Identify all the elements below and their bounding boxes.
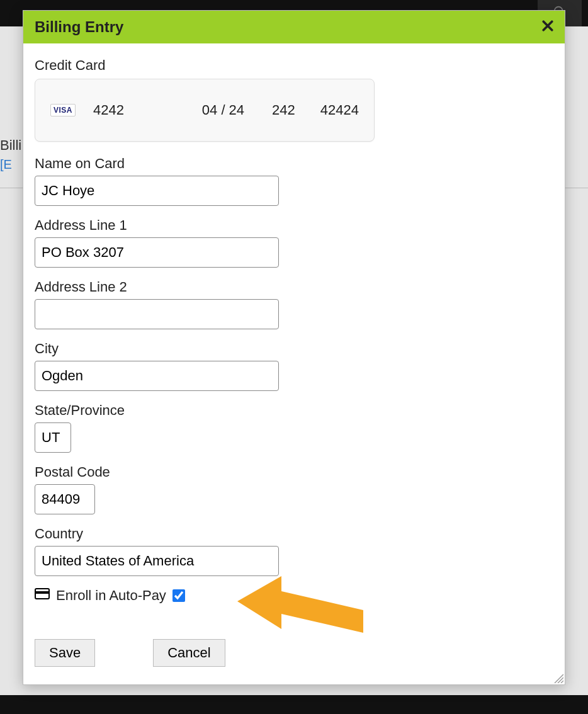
credit-card-label: Credit Card [35, 57, 553, 74]
name-on-card-input[interactable] [35, 176, 279, 206]
modal-header: Billing Entry [23, 11, 565, 43]
svg-rect-3 [35, 591, 49, 594]
state-province-input[interactable] [35, 422, 71, 453]
resize-handle[interactable] [552, 672, 563, 683]
city-input[interactable] [35, 361, 279, 391]
autopay-row: Enroll in Auto-Pay [35, 587, 553, 604]
postal-code-input[interactable] [35, 484, 95, 514]
svg-line-7 [561, 681, 563, 683]
resize-grip-icon [552, 674, 563, 685]
svg-line-6 [558, 677, 563, 683]
close-icon [542, 23, 553, 33]
autopay-label: Enroll in Auto-Pay [56, 587, 166, 604]
card-cvc: 242 [272, 102, 295, 118]
billing-entry-modal: Billing Entry Credit Card VISA 4242 04 /… [23, 10, 565, 685]
address-line-2-label: Address Line 2 [35, 279, 553, 295]
card-zip: 42424 [320, 102, 359, 118]
background-cut-text: Billi [0, 137, 21, 154]
background-cut-link: [E [0, 157, 12, 172]
modal-title: Billing Entry [35, 18, 123, 36]
autopay-checkbox[interactable] [172, 589, 185, 602]
credit-card-widget[interactable]: VISA 4242 04 / 24 242 42424 [35, 79, 375, 142]
address-line-1-label: Address Line 1 [35, 217, 553, 234]
address-line-2-input[interactable] [35, 299, 279, 329]
card-expiry: 04 / 24 [202, 102, 244, 118]
credit-card-icon [35, 587, 50, 604]
city-label: City [35, 341, 553, 357]
address-line-1-input[interactable] [35, 237, 279, 268]
bottom-bar [0, 695, 588, 714]
postal-code-label: Postal Code [35, 464, 553, 480]
modal-button-row: Save Cancel [35, 639, 225, 667]
save-button[interactable]: Save [35, 639, 95, 667]
modal-body: Credit Card VISA 4242 04 / 24 242 42424 … [23, 43, 565, 616]
close-button[interactable] [542, 20, 553, 34]
arrow-left-icon [237, 643, 376, 654]
country-label: Country [35, 526, 553, 542]
name-on-card-label: Name on Card [35, 156, 553, 172]
card-brand-icon: VISA [50, 104, 76, 116]
cancel-button[interactable]: Cancel [153, 639, 225, 667]
country-input[interactable] [35, 546, 279, 576]
state-province-label: State/Province [35, 402, 553, 419]
card-last4: 4242 [93, 102, 124, 118]
